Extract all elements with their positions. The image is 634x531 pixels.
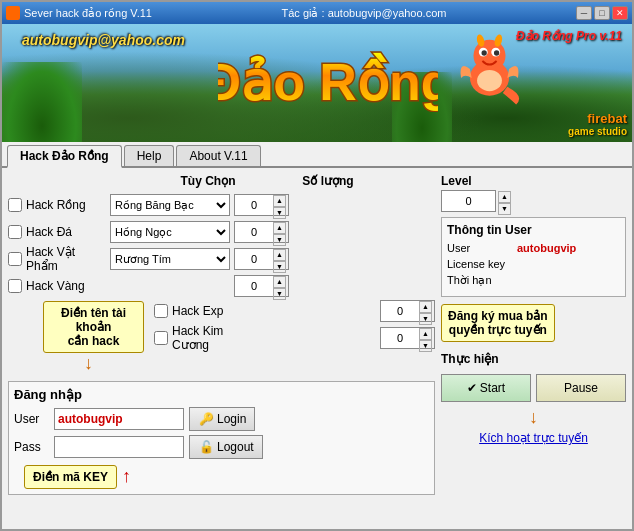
spinbox-kim-cuong: ▲ ▼ — [380, 327, 435, 349]
user-info-title: Thông tin User — [447, 223, 620, 237]
minimize-button[interactable]: ─ — [576, 6, 592, 20]
start-label: Start — [480, 381, 505, 395]
spinbox-exp-down[interactable]: ▼ — [419, 313, 432, 325]
spinbox-da-up[interactable]: ▲ — [273, 222, 286, 234]
login-user-row: User 🔑 Login — [14, 407, 429, 431]
spinbox-kim-cuong-up[interactable]: ▲ — [419, 328, 432, 340]
hack-row-da: Hack Đá Hồng Ngọc ▲ ▼ — [8, 220, 435, 244]
user-info-license-row: License key — [447, 258, 620, 270]
firebat-sub: game studio — [568, 126, 627, 137]
title-bar: Sever hack đảo rồng V.11 Tác giả : autob… — [2, 2, 632, 24]
tooltip-key: Điền mã KEY — [24, 465, 117, 489]
tab-bar: Hack Đảo Rồng Help About V.11 — [2, 142, 632, 168]
activate-area: ↓ Kích hoạt trực tuyến — [441, 407, 626, 445]
hack-row-vang: Hack Vàng ▲ ▼ — [8, 274, 435, 298]
tab-help[interactable]: Help — [124, 145, 175, 166]
checkbox-hack-exp[interactable] — [154, 304, 168, 318]
login-pass-label: Pass — [14, 440, 49, 454]
user-info-user-row: User autobugvip — [447, 242, 620, 254]
spinbox-da: ▲ ▼ — [234, 221, 289, 243]
level-down-arrow[interactable]: ▼ — [498, 203, 511, 215]
tooltip-register: Đăng ký mua bảnquyền trực tuyến — [441, 304, 555, 342]
level-area: Level ▲ ▼ — [441, 174, 626, 212]
tab-about[interactable]: About V.11 — [176, 145, 260, 166]
logout-button[interactable]: 🔓 Logout — [189, 435, 263, 459]
spinbox-exp-input[interactable] — [381, 301, 419, 321]
firebat-logo: firebat game studio — [568, 111, 627, 137]
start-button[interactable]: ✔ Start — [441, 374, 531, 402]
spinbox-vat-pham: ▲ ▼ — [234, 248, 289, 270]
tab-hack-dao-rong[interactable]: Hack Đảo Rồng — [7, 145, 122, 168]
user-info-user-value: autobugvip — [517, 242, 576, 254]
banner: autobugvip@yahoo.com Đảo Rồng Pro v.11 Đ… — [2, 24, 632, 142]
spinbox-kim-cuong-down[interactable]: ▼ — [419, 340, 432, 352]
svg-point-2 — [474, 40, 506, 72]
login-user-input[interactable] — [54, 408, 184, 430]
user-info-user-label: User — [447, 242, 512, 254]
banner-game-title: Đảo Rồng — [218, 42, 438, 115]
login-pass-row: Pass 🔓 Logout — [14, 435, 429, 459]
main-content: Tùy Chọn Số lượng Hack Rồng Rồng Băng Bạ… — [2, 168, 632, 529]
author-label: Tác giả : autobugvip@yahoo.com — [282, 7, 447, 20]
app-icon — [6, 6, 20, 20]
spinbox-exp-arrows: ▲ ▼ — [419, 301, 432, 321]
level-header: Level — [441, 174, 626, 188]
spinbox-vat-pham-up[interactable]: ▲ — [273, 249, 286, 261]
col-header-options: Tùy Chọn — [148, 174, 268, 188]
user-info-time-label: Thời hạn — [447, 274, 512, 287]
spinbox-vat-pham-down[interactable]: ▼ — [273, 261, 286, 273]
title-bar-left: Sever hack đảo rồng V.11 — [6, 6, 152, 20]
spinbox-vang-input[interactable] — [235, 276, 273, 296]
hack-row-exp: Hack Exp ▲ ▼ — [154, 299, 435, 323]
close-button[interactable]: ✕ — [612, 6, 628, 20]
spinbox-kim-cuong-input[interactable] — [381, 328, 419, 348]
checkbox-hack-vang[interactable] — [8, 279, 22, 293]
spinbox-vang-up[interactable]: ▲ — [273, 276, 286, 288]
level-spinbox-arrows: ▲ ▼ — [498, 191, 511, 211]
svg-text:Đảo Rồng: Đảo Rồng — [218, 52, 438, 111]
tooltip-register-text: Đăng ký mua bảnquyền trực tuyến — [448, 309, 548, 337]
login-title: Đăng nhập — [14, 387, 429, 402]
spinbox-rong-arrows: ▲ ▼ — [273, 195, 286, 215]
pause-button[interactable]: Pause — [536, 374, 626, 402]
spinbox-rong: ▲ ▼ — [234, 194, 289, 216]
pause-label: Pause — [564, 381, 598, 395]
spinbox-kim-cuong-arrows: ▲ ▼ — [419, 328, 432, 348]
checkbox-hack-da[interactable] — [8, 225, 22, 239]
column-headers: Tùy Chọn Số lượng — [8, 174, 435, 188]
svg-point-9 — [477, 70, 502, 91]
login-user-label: User — [14, 412, 49, 426]
spinbox-da-down[interactable]: ▼ — [273, 234, 286, 246]
spinbox-exp-up[interactable]: ▲ — [419, 301, 432, 313]
logout-btn-label: Logout — [217, 440, 254, 454]
spinbox-da-input[interactable] — [235, 222, 273, 242]
level-up-arrow[interactable]: ▲ — [498, 191, 511, 203]
version-tag: Đảo Rồng Pro v.11 — [516, 29, 622, 43]
tooltip-key-text: Điền mã KEY — [33, 470, 108, 484]
checkbox-hack-kim-cuong[interactable] — [154, 331, 168, 345]
spinbox-rong-input[interactable] — [235, 195, 273, 215]
tooltip-key-area: Điền mã KEY ↑ — [14, 463, 429, 489]
tooltip-account-area: Điền tên tài khoảncần hack ↓ Hack Exp ▲ — [8, 299, 435, 374]
hack-row-rong: Hack Rồng Rồng Băng Bạc ▲ ▼ — [8, 193, 435, 217]
right-panel: Level ▲ ▼ Thông tin User User autobugvip — [441, 174, 626, 523]
spinbox-rong-up[interactable]: ▲ — [273, 195, 286, 207]
user-info-box: Thông tin User User autobugvip License k… — [441, 217, 626, 297]
level-input[interactable] — [441, 190, 496, 212]
spinbox-rong-down[interactable]: ▼ — [273, 207, 286, 219]
spinbox-vat-pham-input[interactable] — [235, 249, 273, 269]
maximize-button[interactable]: □ — [594, 6, 610, 20]
tooltip-register-area: Đăng ký mua bảnquyền trực tuyến — [441, 302, 626, 342]
label-hack-vat-pham: Hack Vật Phẩm — [26, 245, 106, 273]
checkbox-hack-vat-pham[interactable] — [8, 252, 22, 266]
login-pass-input[interactable] — [54, 436, 184, 458]
select-hack-rong[interactable]: Rồng Băng Bạc — [110, 194, 230, 216]
spinbox-vang-arrows: ▲ ▼ — [273, 276, 286, 296]
select-hack-vat-pham[interactable]: Rương Tím — [110, 248, 230, 270]
select-hack-da[interactable]: Hồng Ngọc — [110, 221, 230, 243]
arrow-down-account: ↓ — [84, 353, 93, 374]
user-info-time-row: Thời hạn — [447, 274, 620, 287]
activate-link[interactable]: Kích hoạt trực tuyến — [479, 431, 588, 445]
login-button[interactable]: 🔑 Login — [189, 407, 255, 431]
checkbox-hack-rong[interactable] — [8, 198, 22, 212]
